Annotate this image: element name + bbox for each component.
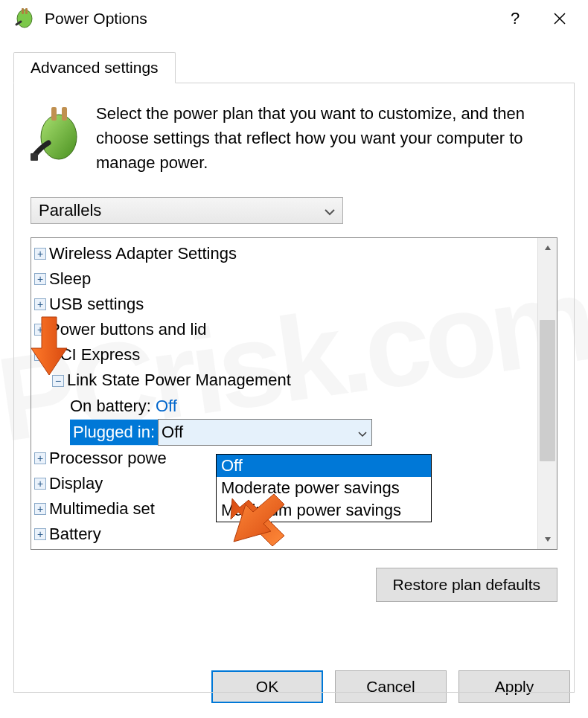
dropdown-option-maximum[interactable]: Maximum power savings	[217, 499, 431, 522]
battery-icon	[31, 101, 81, 175]
close-button[interactable]	[537, 0, 582, 37]
window-title: Power Options	[45, 10, 493, 28]
expand-icon[interactable]: +	[34, 478, 46, 490]
power-plan-select[interactable]: Parallels	[31, 197, 343, 224]
svg-rect-2	[25, 8, 28, 14]
expand-icon[interactable]: +	[34, 298, 46, 310]
tree-item-battery[interactable]: +Battery	[34, 522, 554, 547]
on-battery-value[interactable]: Off	[156, 394, 177, 419]
tree-item-wireless[interactable]: +Wireless Adapter Settings	[34, 241, 554, 266]
settings-tree: +Wireless Adapter Settings +Sleep +USB s…	[31, 237, 557, 550]
expand-icon[interactable]: +	[34, 273, 46, 285]
scrollbar[interactable]	[537, 238, 557, 549]
settings-panel: Select the power plan that you want to c…	[13, 83, 575, 693]
restore-defaults-button[interactable]: Restore plan defaults	[376, 568, 557, 602]
dropdown-option-moderate[interactable]: Moderate power savings	[217, 477, 431, 499]
chevron-down-icon	[358, 420, 367, 445]
tree-item-sleep[interactable]: +Sleep	[34, 266, 554, 292]
svg-rect-6	[31, 153, 38, 161]
svg-rect-1	[22, 8, 24, 14]
collapse-icon[interactable]: −	[52, 375, 64, 387]
tree-item-power-buttons[interactable]: +Power buttons and lid	[34, 317, 554, 342]
expand-icon[interactable]: +	[34, 452, 46, 464]
svg-point-3	[41, 115, 77, 159]
expand-icon[interactable]: +	[34, 528, 46, 540]
tree-item-on-battery[interactable]: On battery: Off	[70, 394, 554, 419]
power-plan-value: Parallels	[39, 201, 101, 220]
plugged-in-dropdown[interactable]: Off	[158, 419, 372, 446]
tree-item-pci-express[interactable]: −PCI Express	[34, 342, 554, 368]
scroll-up-icon[interactable]	[538, 238, 557, 257]
help-button[interactable]: ?	[493, 0, 537, 37]
scroll-down-icon[interactable]	[538, 530, 557, 549]
plugged-in-label: Plugged in:	[70, 420, 158, 445]
expand-icon[interactable]: +	[34, 324, 46, 336]
collapse-icon[interactable]: −	[34, 349, 46, 361]
dropdown-option-off[interactable]: Off	[217, 455, 431, 477]
chevron-down-icon	[325, 201, 335, 220]
dropdown-popup: Off Moderate power savings Maximum power…	[216, 454, 432, 522]
svg-rect-4	[51, 107, 57, 121]
svg-point-0	[17, 10, 32, 28]
svg-rect-5	[62, 107, 67, 121]
expand-icon[interactable]: +	[34, 248, 46, 260]
tree-item-usb[interactable]: +USB settings	[34, 292, 554, 317]
power-icon	[13, 7, 36, 31]
tree-item-plugged-in[interactable]: Plugged in: Off	[70, 419, 554, 446]
expand-icon[interactable]: +	[34, 503, 46, 515]
tab-advanced-settings[interactable]: Advanced settings	[13, 52, 176, 83]
intro-text: Select the power plan that you want to c…	[96, 101, 557, 175]
tree-item-link-state[interactable]: −Link State Power Management	[52, 368, 554, 393]
scroll-thumb[interactable]	[540, 320, 555, 461]
titlebar: Power Options ?	[0, 0, 588, 37]
